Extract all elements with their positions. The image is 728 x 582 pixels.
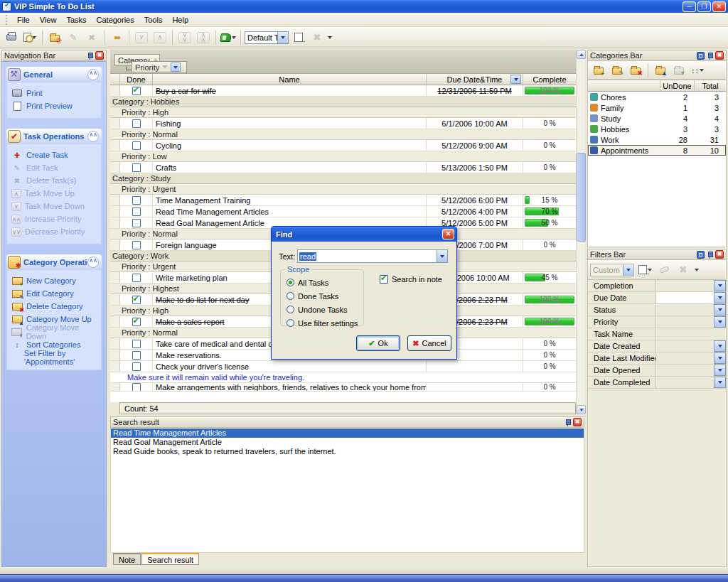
filter-row-date-created[interactable]: Date Created	[588, 340, 726, 352]
task-row[interactable]: Fishing6/1/2006 10:00 AM0 %	[110, 118, 576, 129]
menu-item-tools[interactable]: Tools	[139, 14, 168, 26]
collapse-chevron-icon[interactable]: ∧∧	[87, 69, 99, 80]
filter-row-date-last-modified[interactable]: Date Last Modified	[588, 352, 726, 365]
done-checkbox[interactable]	[132, 163, 141, 172]
group-by-priority-button[interactable]: Priority	[132, 61, 187, 73]
pin-icon[interactable]	[706, 251, 714, 259]
radio-option-all-tasks[interactable]: All Tasks	[281, 276, 363, 289]
radio-option-done-tasks[interactable]: Done Tasks	[281, 289, 363, 303]
done-checkbox[interactable]	[132, 208, 141, 216]
radio-icon[interactable]	[287, 279, 294, 286]
chevron-down-icon[interactable]	[232, 36, 236, 39]
task-row[interactable]: Check your driver's license0 %	[110, 361, 576, 372]
filter-preset-combo[interactable]: Custom	[590, 264, 634, 276]
category-name-header[interactable]	[588, 80, 660, 91]
category-group-row[interactable]: Category : Hobbies	[110, 97, 576, 107]
done-checkbox[interactable]	[132, 274, 141, 282]
done-checkbox[interactable]	[132, 351, 141, 360]
done-checkbox[interactable]	[132, 141, 141, 150]
priority-group-row[interactable]: Priority : Low	[110, 151, 576, 162]
nav-item-create-task[interactable]: Create Task	[11, 149, 100, 161]
filter-value[interactable]	[656, 292, 714, 303]
edit-category-button[interactable]: ✎	[609, 63, 626, 78]
nav-item-category-move-down[interactable]: ▼Category Move Down	[11, 325, 100, 338]
cancel-button[interactable]: ✖ Cancel	[407, 335, 451, 351]
done-checkbox[interactable]	[132, 196, 141, 205]
radio-icon[interactable]	[287, 319, 294, 327]
priority-dropdown-icon[interactable]	[171, 63, 181, 72]
done-checkbox[interactable]	[132, 318, 141, 326]
scroll-thumb[interactable]	[577, 153, 586, 242]
apply-view-button[interactable]	[290, 30, 307, 45]
nav-item-edit-task[interactable]: Edit Task	[11, 161, 100, 174]
create-task-button[interactable]: ◷	[46, 30, 63, 45]
nav-group-header-task-operations[interactable]: Task Operations∧∧	[6, 129, 102, 144]
pin-icon[interactable]	[706, 52, 714, 60]
filter-value[interactable]	[656, 280, 714, 291]
filter-dropdown-icon[interactable]	[714, 377, 726, 388]
priority-group-row[interactable]: Priority : High	[110, 107, 576, 118]
done-checkbox[interactable]	[132, 362, 141, 371]
delete-task-button[interactable]: ✖	[83, 30, 100, 45]
nav-item-edit-category[interactable]: ✎Edit Category	[11, 287, 100, 300]
nav-item-decrease-priority[interactable]: ∨∨Decrease Priority	[11, 225, 100, 238]
menu-item-tasks[interactable]: Tasks	[61, 14, 91, 26]
column-header-complete[interactable]: Complete	[523, 74, 576, 85]
menu-item-file[interactable]: File	[12, 14, 35, 26]
find-dialog-close-button[interactable]: ✕	[442, 229, 454, 239]
task-row[interactable]: Buy a car for wife12/31/2006 11:59 PM100…	[110, 85, 576, 97]
filter-row-due-date[interactable]: Due Date	[588, 292, 726, 304]
delete-view-button[interactable]: ✖	[309, 30, 326, 45]
done-checkbox[interactable]	[132, 87, 141, 95]
nav-item-task-move-down[interactable]: ∨Task Move Down	[11, 200, 100, 212]
search-result-item[interactable]: Read Guide books, speak to returned trav…	[111, 447, 584, 456]
filter-value[interactable]	[656, 328, 726, 340]
pin-icon[interactable]	[86, 52, 94, 60]
category-group-row[interactable]: Category : Study	[110, 173, 576, 184]
radio-option-use-filter-settings[interactable]: Use filter settings	[281, 316, 363, 330]
filter-value[interactable]	[656, 377, 714, 388]
tab-search-result[interactable]: Search result	[141, 553, 199, 565]
done-checkbox[interactable]	[132, 241, 141, 249]
sort-categories-button[interactable]: ↕	[689, 63, 706, 78]
search-in-note-option[interactable]: Search in note	[380, 275, 442, 284]
filter-value[interactable]	[656, 304, 714, 316]
scroll-down-button[interactable]	[577, 405, 586, 414]
filter-value[interactable]	[656, 352, 714, 364]
toolbar-overflow-icon[interactable]	[328, 36, 332, 39]
task-row[interactable]: Make arrangements with neighbors, friend…	[110, 383, 576, 392]
combo-dropdown-icon[interactable]	[277, 32, 288, 43]
undone-header[interactable]: UnDone	[660, 80, 695, 91]
close-panel-icon[interactable]: ✖	[95, 51, 104, 60]
combo-dropdown-icon[interactable]	[623, 264, 633, 276]
task-row[interactable]: Time Management Training5/12/2006 6:00 P…	[110, 195, 576, 206]
nav-item-task-move-up[interactable]: ∧Task Move Up	[11, 187, 100, 200]
ok-button[interactable]: ✔ Ok	[356, 335, 400, 351]
collapse-chevron-icon[interactable]: ∧∧	[87, 131, 99, 142]
find-text-combobox[interactable]: read	[297, 249, 448, 263]
close-panel-icon[interactable]: ✖	[573, 418, 582, 426]
category-move-down-button[interactable]: ▼	[670, 63, 687, 78]
filters-overflow-icon[interactable]	[695, 269, 699, 271]
filter-row-date-opened[interactable]: Date Opened	[588, 365, 726, 377]
filter-dropdown-icon[interactable]	[714, 316, 726, 328]
filter-row-completion[interactable]: Completion	[588, 280, 726, 292]
menu-item-categories[interactable]: Categories	[92, 14, 139, 26]
column-header-name[interactable]: Name	[153, 74, 427, 85]
menu-item-help[interactable]: Help	[167, 14, 193, 26]
filter-dropdown-icon[interactable]	[714, 304, 726, 316]
nav-item-set-filter-by-appointments[interactable]: Set Filter by 'Appointments'	[11, 351, 100, 364]
print-preview-button[interactable]	[21, 30, 38, 45]
done-checkbox[interactable]	[132, 296, 141, 304]
nav-group-header-general[interactable]: General∧∧	[6, 67, 102, 82]
task-row[interactable]: Cycling5/12/2006 9:00 AM0 %	[110, 140, 576, 151]
close-panel-icon[interactable]: ✖	[715, 250, 724, 259]
category-row-appointments[interactable]: Appointments810	[588, 145, 726, 156]
find-dialog-titlebar[interactable]: Find ✕	[272, 227, 456, 242]
category-row-work[interactable]: Work2831	[588, 134, 726, 145]
filter-dropdown-icon[interactable]	[714, 292, 726, 303]
delete-filter-button[interactable]: ✖	[675, 262, 692, 278]
nav-group-header-category-operatio[interactable]: Category Operatio...∧∧	[6, 254, 102, 270]
filter-row-status[interactable]: Status	[588, 304, 726, 316]
filter-row-task-name[interactable]: Task Name	[588, 328, 726, 340]
